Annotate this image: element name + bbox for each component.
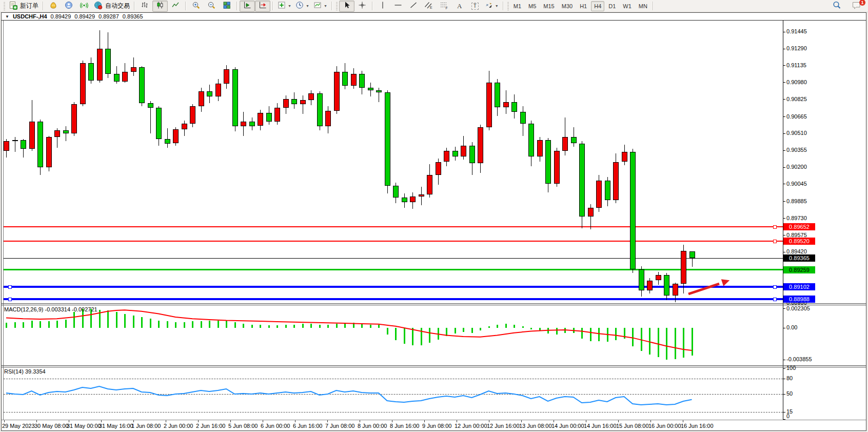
- horizontal-line-button[interactable]: [390, 1, 406, 12]
- macd-histogram-bar: [107, 310, 109, 328]
- candle-body: [605, 181, 610, 200]
- auto-scroll-button[interactable]: [240, 1, 255, 12]
- time-axis-label: 31 May 00:00: [67, 423, 101, 429]
- tile-windows-button[interactable]: [219, 1, 234, 12]
- indicators-button[interactable]: ▼: [275, 1, 293, 12]
- terminal-window: 新订单 自动交易 ▼ ▼ ▼ E F A T: [0, 0, 868, 432]
- timeframe-H1[interactable]: H1: [577, 1, 590, 11]
- main-toolbar: 新订单 自动交易 ▼ ▼ ▼ E F A T: [0, 0, 868, 12]
- chart-shift-button[interactable]: [255, 1, 270, 12]
- time-axis-label: 14 Jun 16:00: [584, 423, 617, 429]
- rsi-pane-separator[interactable]: [2, 367, 866, 367]
- toolbar-separator: [372, 2, 373, 10]
- hline-0.89365[interactable]: [4, 258, 783, 259]
- hline-0.89520[interactable]: [4, 241, 783, 242]
- candle-body: [681, 251, 686, 284]
- timeframe-MN[interactable]: MN: [636, 1, 650, 11]
- line-handle[interactable]: [773, 225, 777, 229]
- time-axis-label: 12 Jun 16:00: [487, 423, 520, 429]
- price-badge: 0.89652: [783, 223, 815, 230]
- toolbar-separator: [185, 2, 186, 10]
- candle-body: [588, 208, 594, 217]
- timeframe-M5[interactable]: M5: [525, 1, 539, 11]
- macd-histogram-bar: [124, 314, 126, 328]
- timeframe-W1[interactable]: W1: [620, 1, 635, 11]
- timeframe-D1[interactable]: D1: [605, 1, 619, 11]
- price-tick: [783, 99, 785, 100]
- candle-body: [258, 113, 263, 126]
- line-chart-button[interactable]: [168, 1, 183, 12]
- hline-0.89259[interactable]: [4, 269, 783, 270]
- price-axis-label: 0.90980: [786, 79, 807, 85]
- candle-body: [613, 162, 619, 200]
- chat-button[interactable]: 1: [849, 1, 864, 12]
- crosshair-button[interactable]: [354, 1, 370, 12]
- line-handle[interactable]: [8, 298, 12, 301]
- chevron-down-icon: ▼: [306, 4, 309, 8]
- candle-body: [376, 90, 382, 92]
- arrows-button[interactable]: ▼: [483, 1, 501, 12]
- chart-shift-icon: [259, 1, 267, 11]
- macd-histogram-bar: [141, 317, 143, 328]
- toolbar-grip[interactable]: [336, 2, 338, 10]
- text-button[interactable]: A: [452, 1, 467, 12]
- search-button[interactable]: [829, 1, 844, 12]
- new-order-button[interactable]: 新订单: [7, 1, 41, 12]
- zoom-in-button[interactable]: [188, 1, 204, 12]
- line-handle[interactable]: [773, 298, 777, 301]
- macd-histogram-bar: [158, 321, 160, 328]
- line-handle[interactable]: [8, 285, 12, 289]
- rsi-pane-separator[interactable]: [2, 365, 866, 366]
- macd-histogram-bar: [336, 324, 338, 328]
- zoom-out-button[interactable]: [204, 1, 219, 12]
- community-button[interactable]: [61, 1, 76, 12]
- timeframe-M30[interactable]: M30: [559, 1, 576, 11]
- macd-histogram-bar: [48, 321, 50, 328]
- equidistant-channel-button[interactable]: E: [421, 1, 437, 12]
- timeframe-M1[interactable]: M1: [510, 1, 524, 11]
- line-handle[interactable]: [773, 285, 777, 289]
- timeframe-M15[interactable]: M15: [540, 1, 557, 11]
- macd-histogram-bar: [412, 328, 413, 345]
- periods-button[interactable]: ▼: [293, 1, 311, 12]
- trend-line-button[interactable]: [406, 1, 421, 12]
- autotrading-button[interactable]: 自动交易: [92, 1, 132, 12]
- line-handle[interactable]: [773, 240, 777, 243]
- price-tick: [783, 133, 785, 134]
- signals-button[interactable]: [76, 1, 92, 12]
- timeframe-H4[interactable]: H4: [591, 1, 604, 11]
- time-axis-separator: [2, 420, 866, 420]
- macd-histogram-bar: [497, 325, 498, 328]
- macd-histogram-bar: [370, 325, 371, 328]
- macd-histogram-bar: [344, 323, 346, 328]
- price-axis-label: 0.90355: [786, 147, 807, 153]
- chart-menu-caret-icon[interactable]: ▼: [5, 14, 9, 19]
- macd-pane-separator[interactable]: [2, 303, 866, 304]
- toolbar-grip[interactable]: [4, 2, 5, 10]
- price-tick: [783, 32, 785, 32]
- macd-histogram-bar: [641, 328, 642, 351]
- price-tick: [783, 82, 785, 83]
- text-label-button[interactable]: T: [467, 1, 483, 12]
- macd-histogram-bar: [56, 321, 58, 328]
- bar-chart-button[interactable]: [137, 1, 152, 12]
- toolbar-grip[interactable]: [507, 2, 509, 10]
- cursor-button[interactable]: [339, 1, 354, 12]
- macd-histogram-bar: [285, 325, 287, 328]
- macd-histogram-bar: [6, 323, 7, 328]
- macd-tick: [783, 328, 785, 328]
- price-axis-label: 0.90510: [786, 130, 807, 136]
- candlestick-chart-button[interactable]: [152, 1, 168, 12]
- hline-0.89652[interactable]: [4, 226, 783, 227]
- macd-axis-label: 0.00: [786, 324, 797, 330]
- rsi-level-50: [4, 394, 783, 395]
- market-watch-button[interactable]: [46, 1, 61, 12]
- price-tick: [783, 201, 785, 202]
- macd-pane-separator[interactable]: [2, 305, 866, 305]
- price-tick: [783, 150, 785, 151]
- candle-body: [37, 122, 43, 167]
- fibonacci-button[interactable]: F: [437, 1, 452, 12]
- vertical-line-button[interactable]: [375, 1, 390, 12]
- macd-histogram-bar: [167, 321, 168, 328]
- templates-button[interactable]: ▼: [311, 1, 329, 12]
